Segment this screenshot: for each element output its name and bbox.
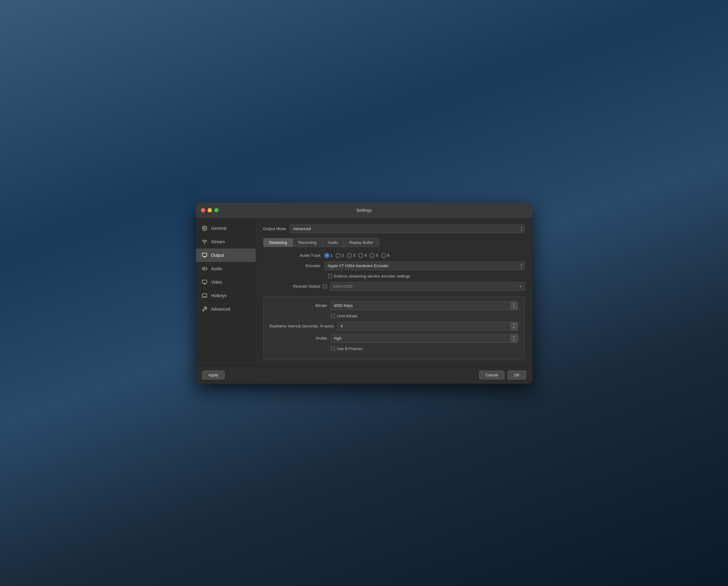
limit-bitrate-row: Limit bitrate [331,314,518,318]
tab-streaming[interactable]: Streaming [264,238,293,247]
rescale-inner: 1920x1080 ▼ [323,282,525,291]
svg-marker-5 [202,267,204,270]
sidebar-item-hotkeys[interactable]: Hotkeys [196,289,256,302]
svg-point-0 [204,227,205,229]
bframes-row: Use B-Frames [331,346,518,351]
keyframe-row: Keyframe Interval (seconds, 0=auto) 4 ▲ … [270,322,518,331]
sidebar-audio-label: Audio [211,266,222,271]
output-mode-row: Output Mode Advanced ▲ ▼ [263,225,525,233]
profile-down[interactable]: ▼ [511,338,517,342]
tabs: Streaming Recording Audio Replay Buffer [263,238,379,247]
bitrate-input[interactable] [331,301,518,310]
cancel-button[interactable]: Cancel [479,371,504,380]
footer: Apply Cancel OK [196,366,532,384]
maximize-button[interactable] [214,208,218,212]
rescale-row: Rescale Output 1920x1080 ▼ [263,282,525,291]
hotkeys-icon [202,293,208,299]
profile-select-wrapper: high ▲ ▼ [331,334,518,343]
bitrate-row: Bitrate 4500 Kbps ▲ ▼ [270,301,518,310]
rescale-label: Rescale Output [263,284,323,289]
sidebar-hotkeys-label: Hotkeys [211,293,227,298]
svg-rect-6 [202,280,207,283]
window-title: Settings [356,208,372,213]
titlebar: Settings [196,202,532,219]
enforce-streaming-checkbox[interactable]: Enforce streaming service encoder settin… [328,274,410,278]
sidebar-video-label: Video [211,280,222,285]
encoder-row: Encoder Apple VT H264 Hardware Encoder ▲… [263,262,525,270]
svg-point-1 [204,243,205,244]
sidebar: General Stream [196,219,256,366]
profile-arrows: ▲ ▼ [510,335,518,342]
window-body: General Stream [196,219,532,366]
sidebar-item-audio[interactable]: Audio [196,262,256,275]
footer-right: Cancel OK [479,371,526,380]
keyframe-spinbox-wrapper: 4 ▲ ▼ [337,322,518,331]
sidebar-output-label: Output [211,253,224,258]
tab-audio[interactable]: Audio [322,238,344,247]
keyframe-down[interactable]: ▼ [511,326,517,330]
sidebar-item-output[interactable]: Output [196,248,256,262]
settings-window: Settings General [196,202,532,384]
sidebar-item-general[interactable]: General [196,222,256,235]
audio-track-3[interactable]: 3 [347,253,355,258]
video-icon [202,279,208,285]
radio-4-circle [358,253,363,258]
encoder-label: Encoder [263,264,324,268]
profile-label: Profile [270,336,331,341]
output-icon [202,252,208,258]
output-mode-select[interactable]: Advanced [290,225,525,233]
bitrate-up[interactable]: ▲ [511,302,517,306]
limit-bitrate-box [331,314,335,318]
settings-box: Bitrate 4500 Kbps ▲ ▼ Limit bitrate [263,296,525,360]
rescale-select-wrapper: 1920x1080 ▼ [330,282,525,291]
audio-track-6[interactable]: 6 [381,253,390,258]
radio-1-inner [326,254,328,257]
output-mode-label: Output Mode [263,226,286,231]
audio-track-2[interactable]: 2 [336,253,344,258]
sidebar-stream-label: Stream [211,239,225,244]
keyframe-arrows: ▲ ▼ [510,322,518,330]
radio-3-circle [347,253,352,258]
bitrate-down[interactable]: ▼ [511,306,517,309]
rescale-checkbox[interactable] [323,284,327,289]
audio-track-controls: 1 2 3 4 [324,253,525,258]
bframes-box [331,346,335,351]
audio-track-5[interactable]: 5 [370,253,378,258]
audio-track-4[interactable]: 4 [358,253,367,258]
profile-row: Profile high ▲ ▼ [270,334,518,343]
traffic-lights [201,208,218,212]
profile-select[interactable]: high [331,334,518,343]
limit-bitrate-checkbox-item[interactable]: Limit bitrate [331,314,358,318]
bitrate-spinbox-wrapper: 4500 Kbps ▲ ▼ [331,301,518,310]
audio-icon [202,266,208,272]
encoder-select[interactable]: Apple VT H264 Hardware Encoder [324,262,525,270]
sidebar-item-video[interactable]: Video [196,275,256,289]
encoder-select-wrapper: Apple VT H264 Hardware Encoder ▲ ▼ [324,262,525,270]
keyframe-label: Keyframe Interval (seconds, 0=auto) [270,324,338,328]
sidebar-item-stream[interactable]: Stream [196,235,256,248]
keyframe-up[interactable]: ▲ [511,322,517,326]
sidebar-item-advanced[interactable]: Advanced [196,302,256,316]
enforce-streaming-row: Enforce streaming service encoder settin… [328,274,525,278]
radio-1-circle [324,253,329,258]
radio-2-circle [336,253,341,258]
bitrate-arrows: ▲ ▼ [510,302,518,310]
minimize-button[interactable] [208,208,212,212]
bframes-checkbox-item[interactable]: Use B-Frames [331,346,363,351]
audio-track-radio-group: 1 2 3 4 [324,253,390,258]
tab-replay-buffer[interactable]: Replay Buffer [344,238,379,247]
tab-recording[interactable]: Recording [293,238,322,247]
ok-button[interactable]: OK [508,371,526,380]
enforce-streaming-box [328,274,332,278]
profile-up[interactable]: ▲ [511,335,517,339]
keyframe-input[interactable] [337,322,518,331]
close-button[interactable] [201,208,205,212]
audio-track-1[interactable]: 1 [324,253,333,258]
svg-rect-2 [202,253,207,257]
advanced-icon [202,306,208,312]
audio-track-row: Audio Track 1 2 [263,253,525,258]
sidebar-general-label: General [211,226,227,231]
sidebar-advanced-label: Advanced [211,307,230,312]
rescale-select[interactable]: 1920x1080 [330,282,525,291]
apply-button[interactable]: Apply [202,371,225,380]
